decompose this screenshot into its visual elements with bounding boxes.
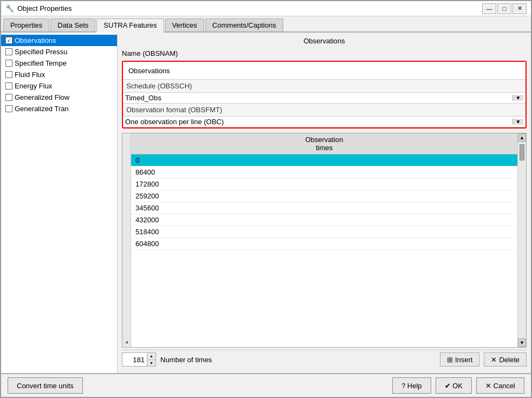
minimize-button[interactable]: — bbox=[482, 3, 496, 14]
obs-toolbar: ▲ ▼ Number of times ⊞ Insert ✕ Delete bbox=[122, 350, 527, 369]
main-window: 🔧 Object Properties — □ ✕ Properties Dat… bbox=[0, 0, 532, 398]
obs-format-value-row: ▼ bbox=[123, 117, 525, 127]
name-input[interactable] bbox=[126, 64, 522, 77]
left-scroll-arrow[interactable]: ◄ bbox=[124, 339, 129, 345]
obs-row-3[interactable]: 259200 bbox=[131, 190, 517, 202]
insert-button[interactable]: ⊞ Insert bbox=[440, 352, 480, 367]
obs-times-header: Observation times bbox=[131, 133, 517, 155]
maximize-button[interactable]: □ bbox=[497, 3, 511, 14]
sidebar-item-specified-pressure[interactable]: Specified Pressu bbox=[1, 46, 117, 57]
checkbox-fluid-flux[interactable] bbox=[5, 71, 12, 78]
insert-icon: ⊞ bbox=[447, 356, 453, 364]
title-buttons: — □ ✕ bbox=[482, 3, 527, 14]
obs-format-label: Observation format (OBSFMT) bbox=[126, 106, 522, 114]
obs-row-7[interactable]: 604800 bbox=[131, 238, 517, 250]
name-label: Name (OBSNAM) bbox=[122, 49, 527, 57]
scrollbar-track[interactable] bbox=[518, 142, 526, 338]
help-button[interactable]: ? Help bbox=[392, 377, 431, 394]
tab-vertices[interactable]: Vertices bbox=[165, 18, 204, 31]
spinner-up-button[interactable]: ▲ bbox=[147, 353, 155, 360]
scroll-down-arrow[interactable]: ▼ bbox=[518, 338, 526, 347]
schedule-dropdown-arrow[interactable]: ▼ bbox=[512, 95, 523, 101]
spinner-arrows: ▲ ▼ bbox=[147, 353, 155, 366]
sidebar-item-generalized-flow[interactable]: Generalized Flow bbox=[1, 92, 117, 103]
title-bar: 🔧 Object Properties — □ ✕ bbox=[1, 1, 531, 16]
panel-title: Observations bbox=[122, 37, 527, 45]
obs-row-0[interactable]: 0 bbox=[131, 155, 517, 166]
tab-bar: Properties Data Sets SUTRA Features Vert… bbox=[1, 16, 531, 33]
num-times-spinner: ▲ ▼ bbox=[122, 352, 156, 367]
sidebar-item-generalized-tran[interactable]: Generalized Tran bbox=[1, 103, 117, 114]
schedule-label: Schedule (OBSSCH) bbox=[126, 82, 522, 90]
obs-times-area: ◄ Observation times 0 86400 bbox=[122, 133, 527, 348]
right-panel: Observations Name (OBSNAM) Schedule (OBS… bbox=[118, 33, 531, 373]
schedule-value-row: ▼ bbox=[123, 93, 525, 104]
checkbox-specified-temperature[interactable] bbox=[5, 60, 12, 67]
left-scrollbar: ◄ bbox=[122, 133, 131, 347]
tab-datasets[interactable]: Data Sets bbox=[50, 18, 95, 31]
obs-row-6[interactable]: 518400 bbox=[131, 226, 517, 238]
checkbox-specified-pressure[interactable] bbox=[5, 48, 12, 55]
delete-button[interactable]: ✕ Delete bbox=[484, 352, 527, 367]
delete-label: Delete bbox=[499, 356, 520, 364]
name-field-row: Name (OBSNAM) bbox=[122, 49, 527, 59]
tab-comments[interactable]: Comments/Captions bbox=[205, 18, 283, 31]
checkbox-energy-flux[interactable] bbox=[5, 82, 12, 89]
insert-label: Insert bbox=[455, 356, 473, 364]
delete-icon: ✕ bbox=[491, 356, 497, 364]
bottom-bar: Convert time units ? Help ✔ OK ✕ Cancel bbox=[1, 373, 531, 397]
spinner-down-button[interactable]: ▼ bbox=[147, 360, 155, 367]
schedule-row: Schedule (OBSSCH) bbox=[123, 80, 525, 93]
window-title: Object Properties bbox=[17, 4, 72, 12]
obs-table-container: Observation times 0 86400 172800 bbox=[131, 133, 517, 347]
cancel-button[interactable]: ✕ Cancel bbox=[476, 377, 524, 394]
obs-row-4[interactable]: 345600 bbox=[131, 202, 517, 214]
ok-button[interactable]: ✔ OK bbox=[436, 377, 472, 394]
red-outline-group: Schedule (OBSSCH) ▼ Observation format (… bbox=[122, 61, 527, 129]
tab-properties[interactable]: Properties bbox=[3, 18, 49, 31]
sidebar: Observations Specified Pressu Specified … bbox=[1, 33, 118, 373]
convert-time-units-button[interactable]: Convert time units bbox=[8, 377, 83, 394]
checkbox-generalized-flow[interactable] bbox=[5, 94, 12, 101]
sidebar-item-fluid-flux[interactable]: Fluid Flux bbox=[1, 69, 117, 80]
scrollbar-thumb[interactable] bbox=[520, 144, 524, 161]
window-icon: 🔧 bbox=[5, 4, 14, 13]
num-times-input[interactable] bbox=[122, 353, 147, 366]
obs-row-5[interactable]: 432000 bbox=[131, 214, 517, 226]
sidebar-item-observations[interactable]: Observations bbox=[1, 35, 117, 46]
obs-table-body[interactable]: 0 86400 172800 259200 345600 bbox=[131, 155, 517, 347]
obs-row-1[interactable]: 86400 bbox=[131, 166, 517, 178]
obs-format-dropdown-arrow[interactable]: ▼ bbox=[512, 119, 523, 125]
close-button[interactable]: ✕ bbox=[512, 3, 527, 14]
schedule-input[interactable] bbox=[125, 94, 512, 102]
content-area: Observations Specified Pressu Specified … bbox=[1, 33, 531, 373]
sidebar-item-energy-flux[interactable]: Energy Flux bbox=[1, 80, 117, 92]
scroll-up-arrow[interactable]: ▲ bbox=[518, 133, 526, 142]
tab-sutra-features[interactable]: SUTRA Features bbox=[96, 18, 164, 33]
title-bar-left: 🔧 Object Properties bbox=[5, 4, 72, 13]
name-input-row bbox=[123, 62, 525, 80]
obs-format-input[interactable] bbox=[125, 118, 512, 126]
num-times-label: Number of times bbox=[160, 356, 212, 364]
obs-row-2[interactable]: 172800 bbox=[131, 178, 517, 190]
checkbox-generalized-tran[interactable] bbox=[5, 105, 12, 112]
sidebar-item-specified-temperature[interactable]: Specified Tempe bbox=[1, 57, 117, 69]
checkbox-observations[interactable] bbox=[5, 37, 12, 44]
right-scrollbar[interactable]: ▲ ▼ bbox=[517, 133, 526, 347]
obs-format-row: Observation format (OBSFMT) bbox=[123, 104, 525, 117]
